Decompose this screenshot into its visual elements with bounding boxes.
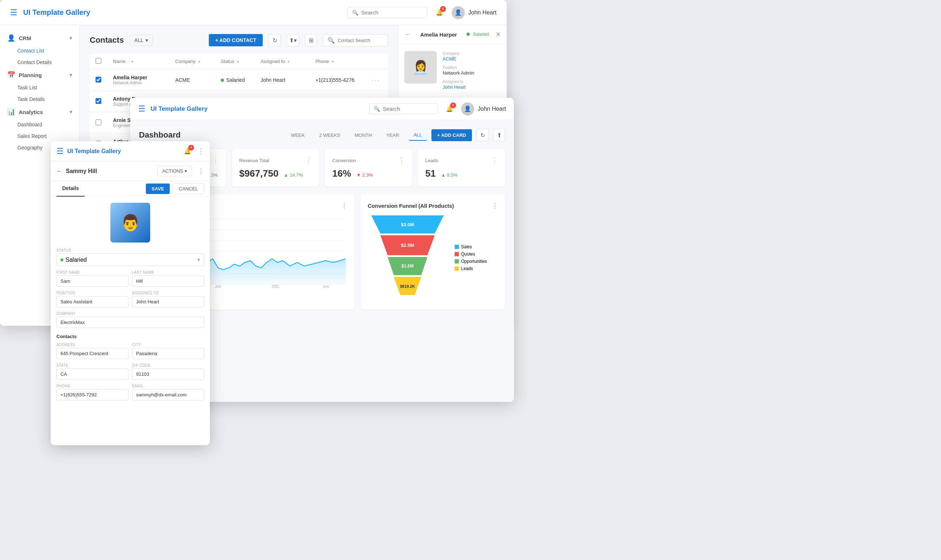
funnel-more-icon[interactable]: ⋮ bbox=[492, 202, 498, 209]
refresh-button[interactable]: ↻ bbox=[269, 34, 281, 46]
company-input[interactable] bbox=[57, 317, 204, 328]
email-input[interactable] bbox=[132, 389, 204, 400]
company-value[interactable]: ACME bbox=[443, 56, 474, 62]
edit-hamburger-icon[interactable]: ☰ bbox=[57, 147, 64, 156]
dash-refresh-button[interactable]: ↻ bbox=[476, 129, 489, 141]
contact-search-input[interactable] bbox=[338, 38, 383, 43]
col-actions bbox=[366, 54, 388, 69]
position-input[interactable] bbox=[57, 296, 129, 307]
city-label: City bbox=[132, 343, 204, 347]
view-toggle-button[interactable]: ⊞ bbox=[305, 34, 317, 46]
position-field: Position bbox=[57, 291, 129, 307]
sidebar-section-analytics[interactable]: 📊 Analytics ▾ bbox=[0, 105, 79, 119]
sidebar-item-task-details[interactable]: Task Details bbox=[0, 93, 79, 105]
row-more-button[interactable]: ··· bbox=[372, 76, 380, 84]
zip-input[interactable] bbox=[132, 369, 204, 380]
select-all-checkbox[interactable] bbox=[95, 58, 101, 64]
last-name-field: Last Name bbox=[132, 271, 204, 287]
edit-more2-icon[interactable]: ⋮ bbox=[198, 167, 204, 175]
detail-status: Salaried bbox=[466, 32, 489, 37]
search-box[interactable]: 🔍 bbox=[347, 7, 427, 18]
detail-info: Company ACME Position Network Admin Assi… bbox=[443, 51, 474, 93]
sidebar-section-crm[interactable]: 👤 CRM ▾ bbox=[0, 31, 79, 45]
funnel-svg: $3.0M $2.5M $1.6M $819.2K bbox=[368, 215, 447, 302]
edit-more-icon[interactable]: ⋮ bbox=[198, 147, 204, 155]
period-2weeks-button[interactable]: 2 WEEKS bbox=[314, 130, 345, 140]
user-area[interactable]: 👤 John Heart bbox=[452, 6, 497, 19]
filter-arrow-icon: ▾ bbox=[146, 37, 148, 43]
actions-button[interactable]: ACTIONS ▾ bbox=[157, 166, 192, 176]
edit-photo-area: 👨 bbox=[57, 203, 204, 243]
cancel-button[interactable]: CANCEL bbox=[173, 183, 204, 194]
edit-notification-button[interactable]: 🔔 4 bbox=[181, 145, 194, 158]
edit-back-icon[interactable]: ← bbox=[57, 168, 62, 174]
detail-back-icon[interactable]: ← bbox=[404, 31, 411, 38]
sidebar-item-sales-report[interactable]: Sales Report bbox=[0, 130, 79, 142]
status-arrow-icon: ▾ bbox=[197, 256, 200, 263]
kpi-revenue-more[interactable]: ⋮ bbox=[306, 156, 312, 165]
dash-search-box[interactable]: 🔍 bbox=[369, 103, 438, 114]
period-month-button[interactable]: MONTH bbox=[350, 130, 377, 140]
crm-icon: 👤 bbox=[7, 34, 15, 42]
phone-field: Phone bbox=[57, 384, 129, 400]
contacts-title: Contacts bbox=[90, 35, 124, 45]
city-input[interactable] bbox=[132, 348, 204, 359]
sidebar-item-task-list[interactable]: Task List bbox=[0, 82, 79, 93]
detail-header: ← Amelia Harper Salaried ✕ bbox=[398, 25, 507, 44]
add-card-button[interactable]: + ADD CARD bbox=[431, 129, 472, 141]
dash-search-input[interactable] bbox=[383, 106, 433, 112]
address-input[interactable] bbox=[57, 348, 129, 359]
row-checkbox[interactable] bbox=[95, 77, 101, 83]
sidebar-item-dashboard[interactable]: Dashboard bbox=[0, 119, 79, 130]
export-button[interactable]: ⬆ ▾ bbox=[287, 34, 299, 46]
kpi-leads: Leads ⋮ 51 ▲ 8.5% bbox=[418, 149, 505, 186]
company-label: Company bbox=[57, 312, 204, 315]
view-icon: ⊞ bbox=[309, 37, 314, 44]
save-button[interactable]: SAVE bbox=[146, 183, 170, 194]
search-icon: 🔍 bbox=[352, 10, 358, 15]
first-name-input[interactable] bbox=[57, 275, 129, 287]
top-nav: ☰ UI Template Gallery 🔍 🔔 4 👤 John Heart bbox=[0, 0, 507, 25]
legend-sales: Sales bbox=[455, 245, 487, 249]
assigned-input[interactable] bbox=[132, 296, 204, 307]
sidebar-item-contact-details[interactable]: Contact Details bbox=[0, 57, 79, 68]
phone-input[interactable] bbox=[57, 389, 129, 400]
revenue-more-icon[interactable]: ⋮ bbox=[341, 202, 347, 209]
kpi-conversion-more[interactable]: ⋮ bbox=[398, 156, 405, 165]
dash-export-button[interactable]: ⬆ bbox=[493, 129, 505, 141]
sidebar-analytics-label: Analytics bbox=[19, 109, 43, 115]
col-assigned: Assigned to ▾ bbox=[255, 54, 310, 69]
assigned-value[interactable]: John Heart bbox=[443, 85, 474, 90]
add-contact-button[interactable]: + ADD CONTACT bbox=[209, 34, 263, 46]
row-checkbox[interactable] bbox=[95, 120, 101, 125]
detail-close-icon[interactable]: ✕ bbox=[495, 31, 501, 38]
kpi-revenue-value: $967,750 ▲ 14.7% bbox=[239, 168, 312, 179]
contact-search-icon: 🔍 bbox=[328, 37, 335, 44]
hamburger-icon[interactable]: ☰ bbox=[10, 8, 17, 17]
search-input[interactable] bbox=[361, 9, 422, 15]
legend-label-quotes: Quotes bbox=[461, 252, 475, 257]
state-input[interactable] bbox=[57, 369, 129, 380]
row-checkbox[interactable] bbox=[95, 98, 101, 104]
period-week-button[interactable]: WEEK bbox=[286, 130, 310, 140]
email-label: Email bbox=[132, 384, 204, 388]
contacts-section-title: Contacts bbox=[57, 334, 204, 339]
svg-text:$2.5M: $2.5M bbox=[401, 243, 414, 248]
dash-notification-button[interactable]: 🔔 4 bbox=[443, 102, 456, 115]
legend-dot-leads bbox=[455, 266, 459, 271]
tab-details[interactable]: Details bbox=[57, 181, 85, 197]
dash-user-area[interactable]: 👤 John Heart bbox=[461, 102, 506, 115]
last-name-input[interactable] bbox=[132, 275, 204, 287]
filter-button[interactable]: ALL ▾ bbox=[129, 35, 153, 46]
kpi-leads-more[interactable]: ⋮ bbox=[492, 156, 498, 165]
dash-hamburger-icon[interactable]: ☰ bbox=[138, 104, 146, 114]
phone-label: Phone bbox=[57, 384, 129, 388]
sidebar-item-contact-list[interactable]: Contact List bbox=[0, 45, 79, 57]
period-year-button[interactable]: YEAR bbox=[381, 130, 404, 140]
sidebar-section-planning[interactable]: 📅 Planning ▾ bbox=[0, 68, 79, 82]
contact-search-box[interactable]: 🔍 bbox=[323, 34, 388, 46]
notification-button[interactable]: 🔔 4 bbox=[433, 6, 446, 19]
status-select-display[interactable]: Salaried ▾ bbox=[57, 253, 204, 266]
period-all-button[interactable]: ALL bbox=[409, 129, 427, 141]
kpi-opportunities-more[interactable]: ⋮ bbox=[212, 156, 219, 165]
